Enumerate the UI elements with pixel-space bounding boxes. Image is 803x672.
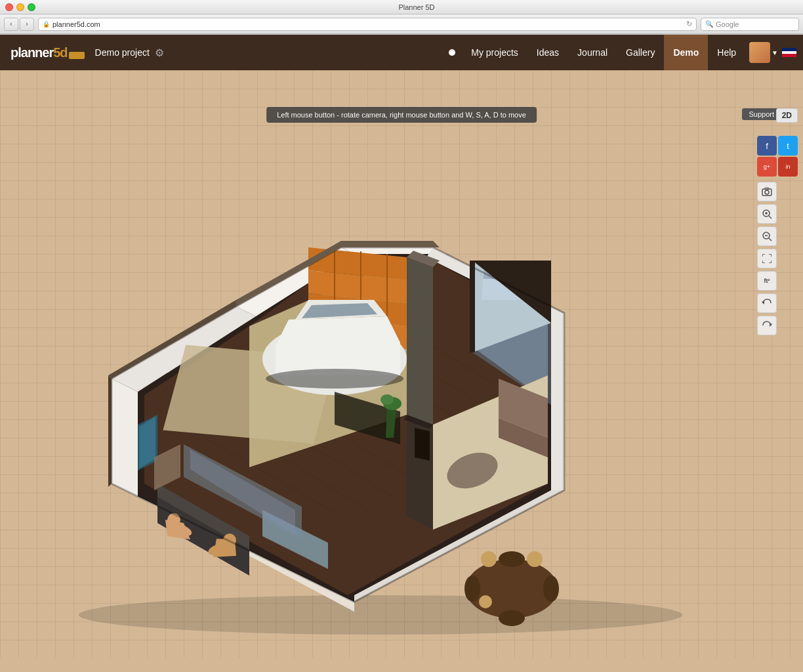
nav-help[interactable]: Help xyxy=(708,35,745,70)
camera-button[interactable] xyxy=(757,182,777,201)
avatar-image xyxy=(749,42,770,63)
nav-ideas[interactable]: Ideas xyxy=(527,35,568,70)
svg-marker-46 xyxy=(415,428,430,461)
nav-links: My projects Ideas Journal Gallery Demo H… xyxy=(462,35,745,70)
user-avatar[interactable] xyxy=(749,42,770,63)
view-2d-button[interactable]: 2D xyxy=(776,108,798,123)
svg-point-0 xyxy=(79,595,682,635)
undo-button[interactable] xyxy=(757,293,777,313)
svg-point-63 xyxy=(479,595,492,608)
settings-icon[interactable]: ⚙ xyxy=(155,47,164,59)
ssl-icon: 🔒 xyxy=(43,21,50,28)
svg-marker-54 xyxy=(213,539,236,557)
browser-page-title: Planner 5D xyxy=(35,3,798,11)
facebook-button[interactable]: f xyxy=(757,136,777,156)
svg-marker-76 xyxy=(108,375,112,487)
svg-point-80 xyxy=(765,190,769,194)
maximize-btn[interactable] xyxy=(28,3,35,11)
canvas-area[interactable]: Left mouse button - rotate camera, right… xyxy=(0,70,803,658)
nav-my-projects[interactable]: My projects xyxy=(462,35,527,70)
house-svg xyxy=(52,103,709,658)
logo-area: planner5dstudio xyxy=(10,45,85,60)
nav-journal[interactable]: Journal xyxy=(568,35,617,70)
floor-plan-3d[interactable] xyxy=(52,103,709,658)
svg-marker-89 xyxy=(762,301,764,304)
tooltip-bar: Left mouse button - rotate camera, right… xyxy=(266,107,537,123)
view-2d-label: 2D xyxy=(782,111,792,120)
minimize-btn[interactable] xyxy=(16,3,24,11)
address-bar[interactable]: 🔒 planner5d.com ↻ xyxy=(38,18,697,31)
user-dropdown-arrow[interactable]: ▼ xyxy=(772,49,778,56)
nav-demo[interactable]: Demo xyxy=(664,35,708,70)
language-flag[interactable] xyxy=(782,48,796,57)
units-label: ft² xyxy=(764,278,770,284)
browser-nav-buttons: ‹ › xyxy=(4,18,34,31)
twitter-button[interactable]: t xyxy=(778,136,798,156)
svg-point-58 xyxy=(499,610,525,626)
linkedin-button[interactable]: in xyxy=(778,157,798,177)
close-btn[interactable] xyxy=(5,3,13,11)
reload-icon[interactable]: ↻ xyxy=(686,20,692,28)
svg-point-57 xyxy=(499,551,525,567)
browser-toolbar: ‹ › 🔒 planner5d.com ↻ 🔍 Google xyxy=(0,14,803,34)
logo-text: planner5dstudio xyxy=(10,45,85,60)
social-buttons: f t g+ in xyxy=(757,136,798,177)
search-placeholder: Google xyxy=(716,20,739,28)
svg-point-60 xyxy=(543,576,559,602)
redo-button[interactable] xyxy=(757,316,777,335)
back-button[interactable]: ‹ xyxy=(4,18,18,31)
browser-window-controls xyxy=(5,3,35,11)
browser-title-bar: Planner 5D xyxy=(0,0,803,14)
svg-point-61 xyxy=(527,551,543,567)
google-plus-button[interactable]: g+ xyxy=(757,157,777,177)
support-button[interactable]: Support xyxy=(742,108,781,120)
svg-marker-31 xyxy=(276,316,400,375)
svg-point-34 xyxy=(266,369,403,388)
app-container: planner5dstudio Demo project ⚙ My projec… xyxy=(0,35,803,658)
project-name-label: Demo project xyxy=(95,47,150,58)
browser-chrome: Planner 5D ‹ › 🔒 planner5d.com ↻ 🔍 Googl… xyxy=(0,0,803,35)
search-icon: 🔍 xyxy=(705,20,713,28)
units-button[interactable]: ft² xyxy=(757,271,777,291)
side-toolbar: f t g+ in xyxy=(757,136,798,335)
svg-point-69 xyxy=(381,394,394,405)
svg-line-83 xyxy=(769,216,772,219)
nav-status-dot xyxy=(449,49,455,56)
svg-marker-19 xyxy=(407,257,433,425)
logo-badge: studio xyxy=(69,52,85,59)
svg-point-59 xyxy=(464,576,480,602)
nav-gallery[interactable]: Gallery xyxy=(617,35,664,70)
svg-line-87 xyxy=(769,238,772,241)
zoom-out-button[interactable] xyxy=(757,226,777,246)
logo-number: 5d xyxy=(53,45,67,60)
support-label: Support xyxy=(749,110,774,118)
zoom-in-button[interactable] xyxy=(757,204,777,224)
search-bar[interactable]: 🔍 Google xyxy=(701,18,799,31)
forward-button[interactable]: › xyxy=(20,18,34,31)
navbar: planner5dstudio Demo project ⚙ My projec… xyxy=(0,35,803,70)
svg-marker-90 xyxy=(770,323,772,327)
address-text: planner5d.com xyxy=(52,20,100,28)
fullscreen-button[interactable] xyxy=(757,249,777,268)
svg-point-62 xyxy=(481,551,497,567)
svg-marker-3 xyxy=(112,379,138,497)
tooltip-text: Left mouse button - rotate camera, right… xyxy=(277,111,526,119)
